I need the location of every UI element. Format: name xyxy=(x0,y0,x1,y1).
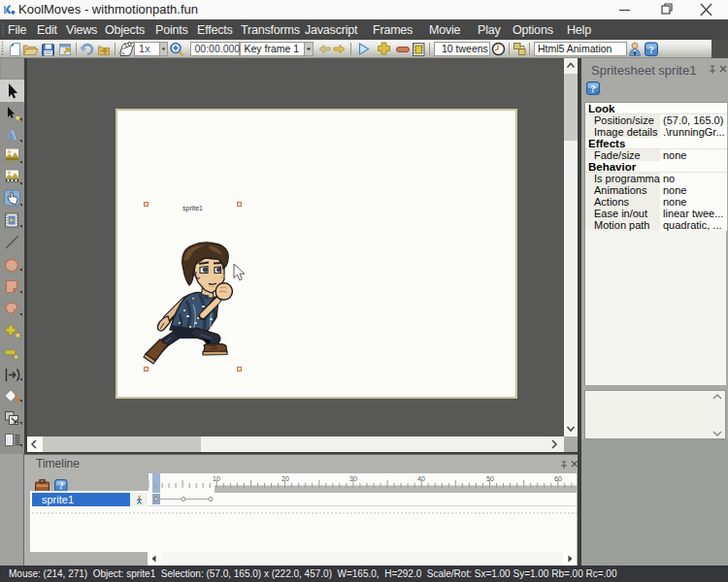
svg-text:60: 60 xyxy=(554,475,562,482)
svg-text:Key frame 1: Key frame 1 xyxy=(245,43,300,54)
svg-text:A: A xyxy=(7,127,17,143)
svg-text:50: 50 xyxy=(486,475,494,482)
svg-text:Html5 Animation: Html5 Animation xyxy=(538,43,612,54)
svg-text:?: ? xyxy=(59,481,64,491)
svg-text:40: 40 xyxy=(417,475,425,482)
svg-text:30: 30 xyxy=(349,475,357,482)
svg-text:1x: 1x xyxy=(139,43,150,54)
svg-text:?: ? xyxy=(591,83,596,94)
svg-text:00:00.000: 00:00.000 xyxy=(195,43,241,54)
svg-text:10 tweens: 10 tweens xyxy=(442,43,488,54)
svg-text:?: ? xyxy=(649,45,654,55)
svg-text:10: 10 xyxy=(213,475,220,482)
svg-text:20: 20 xyxy=(281,475,289,482)
